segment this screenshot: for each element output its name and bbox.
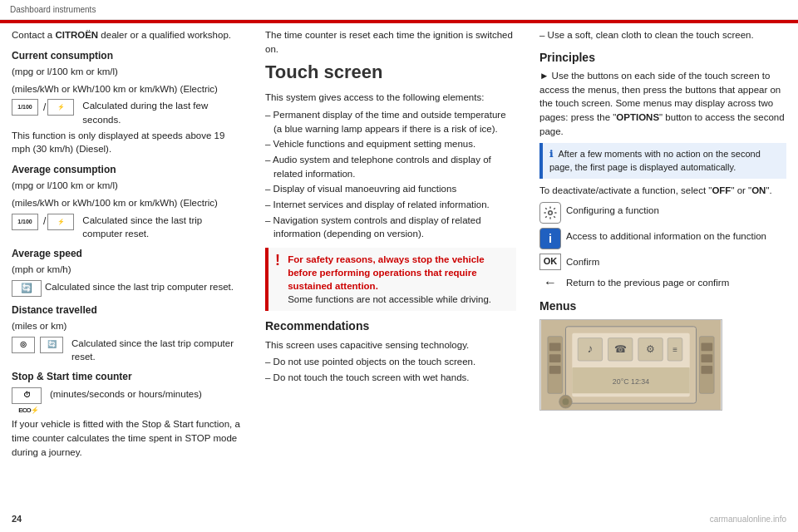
svg-text:⚙: ⚙ — [646, 343, 655, 354]
warning-box: ! For safety reasons, always stop the ve… — [265, 248, 516, 311]
svg-text:≡: ≡ — [672, 345, 677, 354]
svg-rect-8 — [701, 343, 712, 352]
svg-text:20°C  12:34: 20°C 12:34 — [613, 377, 649, 386]
func-label-1: Access to additional information on the … — [566, 228, 766, 243]
section-title-avg-speed: Average speed — [12, 247, 242, 261]
clean-cloth-text: – Use a soft, clean cloth to clean the t… — [539, 28, 786, 42]
gear-icon — [539, 202, 561, 224]
watermark-text: carmanualonline.info — [710, 515, 786, 524]
options-keyword: OPTIONS — [616, 112, 659, 122]
distance-line1: (miles or km) — [12, 319, 242, 333]
svg-rect-6 — [549, 366, 561, 374]
svg-rect-4 — [549, 343, 561, 352]
func-row-3: ← Return to the previous page or confirm — [539, 274, 786, 291]
intro-text: Contact a CITROËN dealer or a qualified … — [12, 28, 242, 42]
menus-title: Menus — [539, 298, 786, 314]
ignition-reset-text: The time counter is reset each time the … — [265, 28, 516, 56]
section-title-distance: Distance travelled — [12, 303, 242, 318]
header-bar: Dashboard instruments — [0, 0, 798, 20]
current-cons-line2: (miles/kWh or kWh/100 km or km/kWh) (Ele… — [12, 82, 242, 96]
touch-screen-title: Touch screen — [265, 59, 516, 86]
avg-cons-icons: 1/100 / ⚡ Calculated since the last trip… — [12, 214, 242, 240]
left-column: Contact a CITROËN dealer or a qualified … — [0, 28, 254, 529]
recommendations-title: Recommendations — [265, 318, 516, 334]
current-cons-line1: (mpg or l/100 km or km/l) — [12, 65, 242, 79]
current-cons-icons: 1/100 / ⚡ Calculated during the last few… — [12, 99, 242, 126]
stop-start-icons: ⏱ ECO⚡ (minutes/seconds or hours/minutes… — [12, 387, 242, 416]
distance-icon-text: Calculated since the last trip computer … — [71, 337, 242, 363]
main-content: Contact a CITROËN dealer or a qualified … — [0, 20, 798, 529]
avg-icon-2: ⚡ — [47, 214, 74, 230]
header-title: Dashboard instruments — [10, 5, 788, 14]
touch-item-3: Display of visual manoeuvring aid functi… — [265, 182, 516, 196]
distance-icon-1: ◎ — [12, 337, 35, 353]
avg-cons-line1: (mpg or l/100 km or km/l) — [12, 179, 242, 193]
off-keyword: OFF — [712, 185, 731, 195]
avg-cons-line2: (miles/kWh or kWh/100 km or km/kWh) (Ele… — [12, 196, 242, 210]
svg-rect-10 — [701, 366, 712, 374]
stop-start-detail: If your vehicle is fitted with the Stop … — [12, 417, 242, 459]
info-icon: ℹ — [549, 149, 553, 159]
touch-screen-intro: This system gives access to the followin… — [265, 91, 516, 105]
warning-body: Some functions are not accessible while … — [288, 294, 491, 304]
stop-start-icon: ⏱ — [12, 387, 42, 404]
back-icon: ← — [539, 274, 561, 291]
func-row-0: Configuring a function — [539, 202, 786, 224]
current-icon-2: ⚡ — [47, 99, 74, 116]
avg-speed-icon: 🔄 — [12, 280, 42, 297]
principles-text: ► Use the buttons on each side of the to… — [539, 69, 786, 138]
ok-icon: OK — [539, 254, 561, 270]
rec-item-0: Do not use pointed objects on the touch … — [265, 355, 516, 369]
section-title-avg-consumption: Average consumption — [12, 163, 242, 177]
warning-icon: ! — [275, 253, 280, 268]
func-row-2: OK Confirm — [539, 254, 786, 270]
func-label-0: Configuring a function — [566, 202, 659, 217]
svg-rect-5 — [549, 354, 561, 362]
menus-image: ♪ ☎ ⚙ ≡ 20°C 12:34 — [539, 319, 722, 411]
principles-title: Principles — [539, 49, 786, 66]
warning-content: For safety reasons, always stop the vehi… — [288, 253, 502, 306]
svg-point-0 — [549, 211, 553, 215]
section-title-stop-start: Stop & Start time counter — [12, 370, 242, 384]
distance-icons: ◎ 🔄 Calculated since the last trip compu… — [12, 337, 242, 363]
on-keyword: ON — [751, 185, 766, 195]
recommendations-intro: This screen uses capacitive sensing tech… — [265, 338, 516, 352]
menus-svg: ♪ ☎ ⚙ ≡ 20°C 12:34 — [540, 320, 722, 410]
current-icon-1: 1/100 — [12, 99, 38, 116]
svg-point-23 — [563, 398, 569, 405]
distance-icon-2: 🔄 — [40, 337, 63, 353]
avg-speed-icon-text: Calculated since the last trip computer … — [45, 280, 234, 293]
touch-item-0: Permanent display of the time and outsid… — [265, 108, 516, 135]
current-cons-icon-text: Calculated during the last few seconds. — [82, 99, 242, 126]
stop-start-text: (minutes/seconds or hours/minutes) — [50, 387, 202, 401]
avg-cons-icon-text: Calculated since the last trip computer … — [82, 214, 242, 240]
touch-item-5: Navigation system controls and display o… — [265, 214, 516, 241]
func-label-2: Confirm — [566, 254, 599, 268]
touch-item-4: Internet services and display of related… — [265, 198, 516, 212]
info-box: ℹ After a few moments with no action on … — [539, 143, 786, 179]
avg-icon-1: 1/100 — [12, 214, 38, 230]
current-cons-line4: This function is only displayed at speed… — [12, 129, 242, 156]
avg-speed-icons: 🔄 Calculated since the last trip compute… — [12, 280, 242, 297]
func-label-3: Return to the previous page or confirm — [566, 274, 729, 289]
warning-title: For safety reasons, always stop the vehi… — [288, 254, 485, 291]
func-row-1: i Access to additional information on th… — [539, 228, 786, 249]
section-title-current-consumption: Current consumption — [12, 49, 242, 63]
deactivate-text: To deactivate/activate a function, selec… — [539, 184, 786, 198]
rec-item-1: Do not touch the touch screen with wet h… — [265, 371, 516, 385]
info-icon-func: i — [539, 228, 561, 249]
dash-prefix: – — [539, 30, 548, 40]
touch-item-2: Audio system and telephone controls and … — [265, 153, 516, 180]
svg-rect-9 — [701, 354, 712, 362]
page-number: 24 — [12, 514, 22, 524]
touch-item-1: Vehicle functions and equipment setting … — [265, 137, 516, 151]
info-box-text: After a few moments with no action on th… — [549, 149, 761, 171]
svg-text:♪: ♪ — [587, 342, 593, 355]
right-column: – Use a soft, clean cloth to clean the t… — [528, 28, 798, 529]
svg-text:☎: ☎ — [614, 343, 627, 354]
mid-column: The time counter is reset each time the … — [254, 28, 528, 529]
avg-speed-line1: (mph or km/h) — [12, 263, 242, 277]
